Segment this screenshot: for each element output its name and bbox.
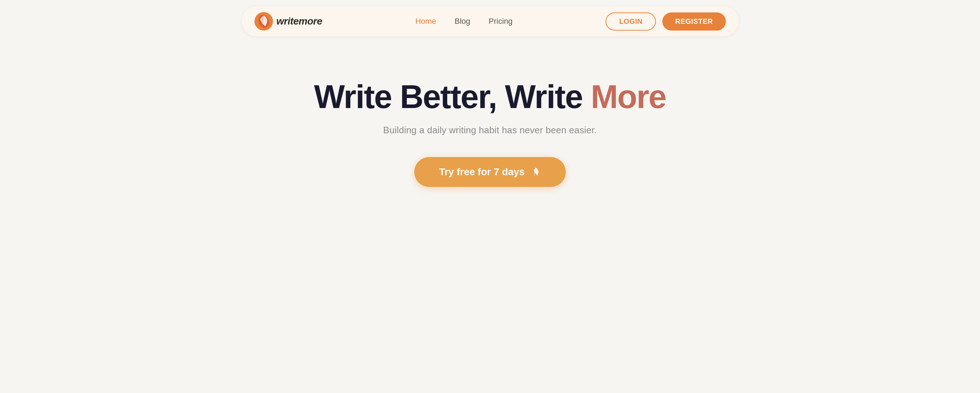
hero-title: Write Better, Write More (314, 79, 666, 115)
hero-title-part1: Write Better, Write (314, 78, 591, 115)
hero-section: Write Better, Write More Building a dail… (300, 79, 681, 187)
login-button[interactable]: LOGIN (606, 13, 656, 30)
feather-icon (530, 167, 541, 177)
hero-title-accent: More (591, 78, 666, 115)
navbar: writemore Home Blog Pricing LOGIN REGIST… (242, 6, 739, 36)
logo-text: writemore (277, 16, 322, 27)
logo-icon (255, 12, 273, 30)
nav-blog[interactable]: Blog (455, 17, 470, 26)
cta-button[interactable]: Try free for 7 days (414, 157, 566, 187)
nav-actions: LOGIN REGISTER (606, 13, 725, 30)
hero-subtitle: Building a daily writing habit has never… (383, 125, 597, 136)
nav-pricing[interactable]: Pricing (489, 17, 512, 26)
nav-home[interactable]: Home (415, 17, 436, 26)
nav-links: Home Blog Pricing (322, 17, 606, 26)
cta-label: Try free for 7 days (439, 166, 525, 178)
logo[interactable]: writemore (255, 12, 322, 30)
register-button[interactable]: REGISTER (662, 13, 725, 30)
